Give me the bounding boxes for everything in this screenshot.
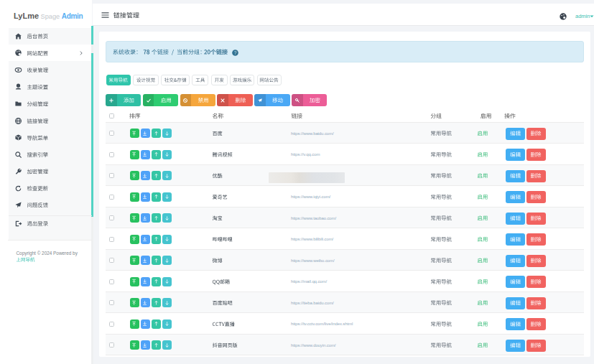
svg-text:?: ? xyxy=(233,50,236,55)
